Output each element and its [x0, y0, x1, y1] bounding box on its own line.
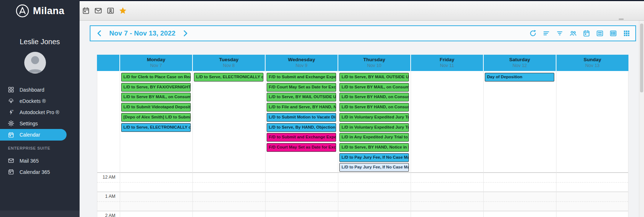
day-column-sunday[interactable]	[556, 71, 629, 217]
vscrollbar-thumb[interactable]	[640, 24, 643, 92]
event[interactable]: L/D for Clerk to Place Case on Ready C	[121, 73, 191, 82]
sidebar-item-calendar[interactable]: Calendar	[0, 129, 67, 141]
event[interactable]: L/D in Voluntary Expedited Jury Trial t	[339, 123, 409, 132]
sidebar-item-label: Autodocket Pro ®	[20, 109, 59, 115]
sidebar-item-calendar-365[interactable]: Calendar 365	[0, 166, 80, 178]
day-name: Saturday	[484, 57, 556, 62]
event[interactable]: L/D to Submit Videotaped Deposition	[121, 103, 191, 112]
quick-launch-icons	[82, 1, 127, 20]
event[interactable]: L/D to Serve, BY HAND, Notice in Lieu	[339, 143, 409, 152]
filter-button[interactable]	[556, 30, 563, 37]
day-column-monday[interactable]: L/D for Clerk to Place Case on Ready CL/…	[120, 71, 192, 217]
hour-label: 1 AM	[97, 194, 115, 199]
event[interactable]: F/D to Submit and Exchange Expert W	[267, 73, 336, 82]
calendar-icon	[8, 132, 14, 138]
event[interactable]: L/D to Pay Jury Fee, If No Case Manag	[339, 153, 409, 162]
hour-label: 12 AM	[97, 175, 115, 180]
day-name: Monday	[120, 57, 192, 62]
day-date: Nov 11	[411, 63, 483, 68]
event[interactable]: L/D in Voluntary Expedited Jury Trial t	[339, 113, 409, 122]
event[interactable]: L/D to Pay Jury Fee, If No Case Manag	[339, 163, 409, 172]
day-header-wednesday: Wednesday Nov 9	[265, 55, 338, 71]
event[interactable]: L/D to Serve, ELECTRONICALLY or By	[121, 123, 191, 132]
day-date: Nov 9	[266, 63, 338, 68]
star-button[interactable]	[119, 7, 127, 14]
day-date: Nov 13	[556, 63, 628, 68]
grid-view-button[interactable]	[623, 30, 630, 37]
sidebar-item-mail-365[interactable]: Mail 365	[0, 155, 80, 166]
sidebar-item-label: Calendar	[20, 132, 40, 138]
app-window: Milana Leslie Jones DashboardeDockets ®A…	[0, 0, 644, 217]
sort-button[interactable]	[543, 30, 550, 37]
date-range-label: Nov 7 - Nov 13, 2022	[109, 29, 175, 37]
day-header-sunday: Sunday Nov 13	[556, 55, 628, 71]
contact-card-button[interactable]	[107, 7, 114, 14]
next-week-button[interactable]	[181, 29, 189, 37]
column-view-button[interactable]	[610, 30, 617, 37]
event[interactable]: L/D to Serve, By HAND, Objection to D	[267, 123, 336, 132]
day-date: Nov 7	[120, 63, 192, 68]
people-button[interactable]	[569, 30, 577, 37]
prev-week-button[interactable]	[96, 29, 103, 37]
sidebar-item-label: eDockets ®	[20, 98, 46, 104]
day-date: Nov 10	[338, 63, 410, 68]
dashboard-icon	[8, 87, 14, 93]
event[interactable]: F/D Court May Set as Date for Exchan	[267, 143, 336, 152]
event[interactable]: Day of Deposition	[485, 73, 554, 82]
mail-icon	[8, 158, 14, 164]
event[interactable]: L/D to Serve, ELECTRONICALLY or BY	[194, 73, 263, 82]
day-column-wednesday[interactable]: F/D to Submit and Exchange Expert WF/D C…	[265, 71, 338, 217]
sidebar-item-label: Calendar 365	[20, 169, 50, 175]
day-column-thursday[interactable]: L/D to Serve, BY MAIL OUTSIDE U.S., NL/D…	[338, 71, 411, 217]
event[interactable]: L/D to Serve, BY MAIL OUTSIDE U.S., N	[339, 73, 409, 82]
day-name: Friday	[411, 57, 483, 62]
avatar[interactable]	[24, 52, 46, 74]
day-header-saturday: Saturday Nov 12	[483, 55, 556, 71]
day-column-friday[interactable]	[411, 71, 483, 217]
brand-name: Milana	[33, 5, 64, 17]
event[interactable]: F/D to Submit and Exchange Expert W	[267, 133, 336, 142]
calendar-button[interactable]	[82, 7, 90, 14]
user-name: Leslie Jones	[0, 38, 80, 46]
day-header-tuesday: Tuesday Nov 8	[192, 55, 265, 71]
event[interactable]: F/D Court May Set as Date for Exchan	[267, 83, 336, 92]
sidebar-item-label: Mail 365	[20, 158, 39, 164]
hscrollbar-thumb[interactable]	[619, 18, 624, 20]
sidebar-footer	[0, 210, 80, 217]
event[interactable]: L/D in Any Expedited Jury Trial to Exch	[339, 133, 409, 142]
calendar-grid: Monday Nov 7 Tuesday Nov 8 Wednesday Nov…	[97, 55, 628, 217]
event[interactable]: L/D to Serve BY HAND, on Consumer/I	[339, 103, 409, 112]
calendar-toolbar: Nov 7 - Nov 13, 2022	[90, 25, 636, 41]
day-column-saturday[interactable]: Day of Deposition	[483, 71, 556, 217]
event[interactable]: L/D to Serve, BY MAIL OUTSIDE U.S., N	[267, 93, 336, 101]
event[interactable]: L/D to Serve BY HAND, on Consumer/I	[339, 93, 409, 101]
time-gutter-header	[97, 55, 119, 71]
event[interactable]: L/D to Submit Motion to Vacate Dismi	[267, 113, 336, 122]
calendar-icon	[8, 169, 14, 175]
calendar-button[interactable]	[583, 30, 590, 37]
sidebar: Milana Leslie Jones DashboardeDockets ®A…	[0, 0, 80, 217]
sidebar-item-autodocket-pro[interactable]: AAutodocket Pro ®	[0, 107, 80, 118]
sidebar-item-edockets[interactable]: eDockets ®	[0, 95, 80, 107]
enterprise-suite-label: ENTERPRISE SUITE	[8, 146, 50, 150]
event[interactable]: L/D to File and Serve, BY HAND, Notic	[267, 103, 336, 112]
event[interactable]: [Depo of Alex Smith] L/D to Submit Vi	[121, 113, 191, 122]
sidebar-item-dashboard[interactable]: Dashboard	[0, 84, 80, 95]
brand: Milana	[0, 4, 80, 18]
day-name: Sunday	[556, 57, 628, 62]
vertical-scrollbar[interactable]	[639, 21, 644, 217]
mail-button[interactable]	[94, 7, 102, 14]
refresh-button[interactable]	[529, 30, 537, 37]
enterprise-nav: Mail 365Calendar 365	[0, 155, 80, 178]
calendar-view-tools	[529, 30, 630, 37]
event[interactable]: L/D to Serve BY MAIL, on Consumer/E	[339, 83, 409, 92]
event[interactable]: L/D to Serve, BY FAX/OVERNIGHT, No	[121, 83, 191, 92]
day-name: Wednesday	[266, 57, 338, 62]
top-toolbar	[80, 0, 644, 21]
agenda-view-button[interactable]	[596, 30, 603, 37]
sidebar-item-label: Dashboard	[20, 87, 45, 93]
sidebar-nav: DashboardeDockets ®AAutodocket Pro ®Sett…	[0, 84, 80, 141]
sidebar-item-settings[interactable]: Settings	[0, 118, 80, 129]
day-column-tuesday[interactable]: L/D to Serve, ELECTRONICALLY or BY	[192, 71, 265, 217]
event[interactable]: L/D to Serve BY MAIL, on Consumer/E	[121, 93, 191, 101]
